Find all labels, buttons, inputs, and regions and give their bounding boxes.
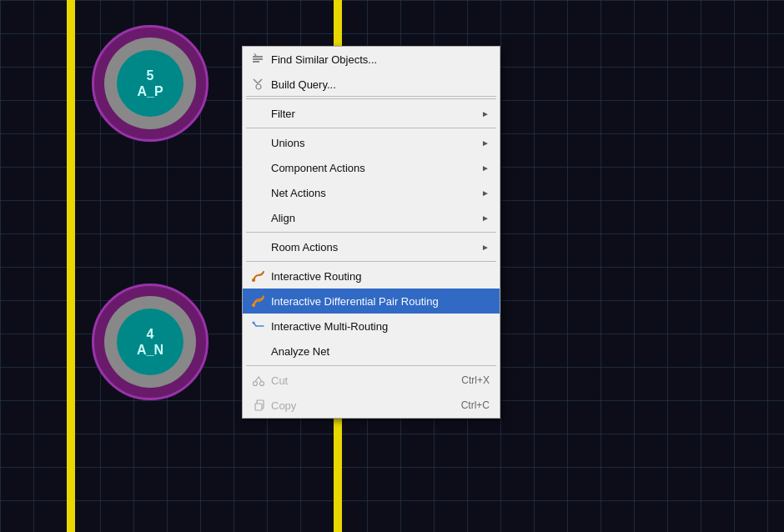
multi-routing-label: Interactive Multi-Routing [271, 320, 490, 333]
separator-4 [246, 261, 496, 262]
find-icon [249, 50, 268, 68]
room-arrow: ► [481, 243, 490, 252]
cut-shortcut: Ctrl+X [461, 374, 490, 386]
separator-3 [246, 232, 496, 233]
menu-item-align[interactable]: Align ► [243, 205, 500, 230]
routing-icon [249, 267, 268, 285]
align-icon-empty [249, 208, 268, 227]
copy-shortcut: Ctrl+C [461, 399, 490, 411]
menu-item-analyze-net[interactable]: Analyze Net [243, 339, 500, 364]
net-actions-label: Net Actions [271, 187, 481, 199]
menu-item-cut[interactable]: Cut Ctrl+X [243, 368, 500, 393]
analyze-icon-empty [249, 342, 268, 360]
copy-icon [249, 396, 268, 414]
separator-5 [246, 365, 496, 366]
separator-1 [246, 98, 496, 99]
svg-point-8 [260, 382, 264, 386]
diff-routing-label: Interactive Differential Pair Routing [271, 295, 490, 308]
unions-label: Unions [271, 137, 481, 149]
component-icon-empty [249, 158, 268, 177]
svg-point-6 [253, 322, 255, 324]
menu-item-net-actions[interactable]: Net Actions ► [243, 180, 500, 205]
align-label: Align [271, 212, 481, 224]
copy-label: Copy [271, 399, 461, 412]
unions-arrow: ► [481, 138, 490, 148]
menu-item-build-query[interactable]: Build Query... [243, 72, 500, 97]
diff-routing-icon [249, 292, 268, 310]
interactive-routing-label: Interactive Routing [271, 270, 490, 283]
pad-teal-top[interactable]: 5A_P [117, 50, 183, 117]
cut-label: Cut [271, 374, 461, 387]
filter-icon-empty [249, 104, 268, 123]
analyze-net-label: Analyze Net [271, 345, 490, 358]
net-icon-empty [249, 183, 268, 202]
menu-item-component-actions[interactable]: Component Actions ► [243, 155, 500, 180]
cut-icon [249, 371, 268, 389]
menu-item-interactive-routing[interactable]: Interactive Routing [243, 263, 500, 289]
menu-item-find-similar[interactable]: Find Similar Objects... [243, 47, 500, 72]
svg-rect-0 [253, 56, 263, 58]
align-arrow: ► [481, 213, 490, 223]
menu-item-unions[interactable]: Unions ► [243, 130, 500, 155]
separator-2 [246, 128, 496, 128]
pad-bottom-label: 4A_N [137, 326, 163, 358]
svg-point-5 [252, 304, 255, 307]
net-arrow: ► [481, 188, 490, 198]
find-similar-label: Find Similar Objects... [271, 53, 490, 66]
svg-point-7 [254, 382, 258, 386]
menu-item-room-actions[interactable]: Room Actions ► [243, 234, 500, 259]
menu-item-diff-routing[interactable]: Interactive Differential Pair Routing [243, 289, 500, 314]
context-menu: Find Similar Objects... Build Query... F… [242, 46, 500, 419]
room-actions-label: Room Actions [271, 241, 481, 253]
room-icon-empty [249, 238, 268, 256]
svg-point-3 [256, 84, 261, 89]
menu-item-multi-routing[interactable]: Interactive Multi-Routing [243, 314, 500, 339]
svg-rect-2 [253, 61, 259, 63]
svg-point-4 [252, 279, 255, 282]
pad-top-label: 5A_P [137, 68, 163, 99]
svg-rect-1 [253, 58, 263, 60]
menu-item-copy[interactable]: Copy Ctrl+C [243, 393, 500, 418]
yellow-line-left [67, 0, 75, 532]
pad-teal-bottom[interactable]: 4A_N [117, 309, 183, 375]
multi-routing-icon [249, 317, 268, 335]
filter-arrow: ► [481, 109, 490, 118]
svg-rect-9 [255, 404, 262, 410]
build-icon [249, 75, 268, 93]
menu-item-filter[interactable]: Filter ► [243, 101, 500, 126]
component-arrow: ► [481, 163, 490, 173]
filter-label: Filter [271, 108, 481, 120]
unions-icon-empty [249, 133, 268, 152]
component-actions-label: Component Actions [271, 162, 481, 174]
build-query-label: Build Query... [271, 78, 490, 91]
